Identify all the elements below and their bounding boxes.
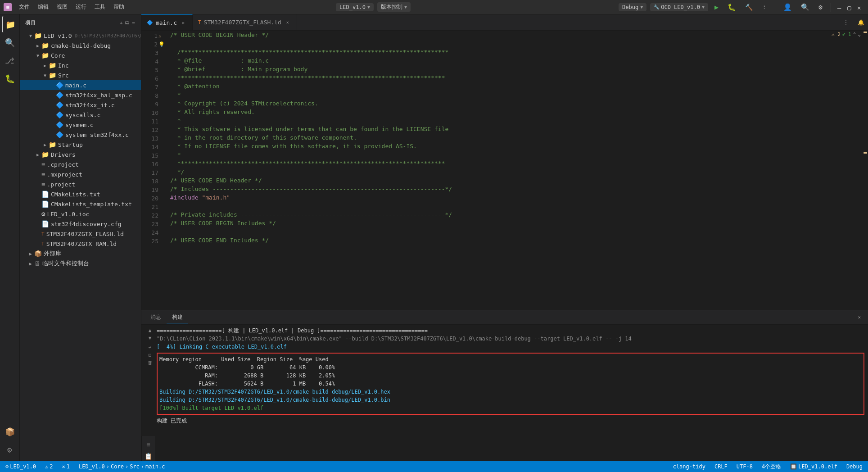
fold-button[interactable]: ⌃ (853, 32, 856, 37)
right-bar-structure[interactable]: 📋 (144, 451, 154, 461)
sidebar: 项目 + 🗂 ⋯ ▼ 📁 LED_v1.0 D:\STM32\STM32F407… (20, 14, 141, 461)
panel-filter[interactable]: ⊟ (149, 352, 152, 358)
tab-flash-ld[interactable]: T STM32F407ZGTX_FLASH.ld ✕ (193, 14, 297, 30)
tree-item-flash-ld[interactable]: T STM32F407ZGTX_FLASH.ld (20, 229, 141, 239)
tree-item-external[interactable]: ▶ 📦 外部库 (20, 249, 141, 259)
code-editor[interactable]: /* USER CODE BEGIN Header */ /**********… (167, 31, 862, 310)
maximize-button[interactable]: ▢ (847, 4, 854, 10)
panel-tab-messages[interactable]: 消息 (145, 312, 167, 323)
main-area: 📁 🔍 ⎇ 🐛 📦 ⚙ 项目 + 🗂 ⋯ ▼ 📁 LED_v1.0 D (0, 14, 868, 461)
tree-item-startup[interactable]: ▶ 📁 Startup (20, 140, 141, 150)
tree-item-main-c[interactable]: 🔷 main.c (20, 80, 141, 90)
search-button[interactable]: 🔍 (798, 2, 812, 12)
status-circle-icon: ⊙ (5, 463, 9, 470)
menu-view[interactable]: 视图 (53, 2, 71, 12)
tree-item-drivers[interactable]: ▶ 📁 Drivers (20, 150, 141, 159)
tree-item-ram-ld[interactable]: T STM32F407ZGTX_RAM.ld (20, 239, 141, 249)
status-project[interactable]: ⊙ LED_v1.0 (4, 463, 38, 470)
menu-tools[interactable]: 工具 (91, 2, 109, 12)
debug-config-dropdown[interactable]: Debug ▼ (619, 3, 646, 11)
sidebar-new-folder[interactable]: 🗂 (125, 20, 130, 26)
editor-scrollbar[interactable] (862, 31, 868, 310)
tree-item-ioc[interactable]: ⚙ LED_v1.0.ioc (20, 209, 141, 219)
error-circle-icon: ✕ (62, 463, 65, 470)
panel-clear[interactable]: 🗑 (148, 360, 153, 366)
vcs-dropdown[interactable]: 版本控制 ▼ (377, 2, 411, 12)
status-breadcrumb[interactable]: LED_v1.0 › Core › Src › main.c (77, 463, 167, 470)
titlebar-center: LED_v1.0 ▼ 版本控制 ▼ (131, 2, 615, 12)
expand-button[interactable]: ⌄ (858, 32, 861, 37)
run-button[interactable]: ▶ (712, 2, 721, 12)
bottom-panel: 消息 构建 ✕ ▲ ▼ ↩ ⊟ 🗑 (141, 310, 868, 436)
tree-item-led-root[interactable]: ▼ 📁 LED_v1.0 D:\STM32\STM32F407GT6\LED_v… (20, 31, 141, 41)
menu-run[interactable]: 运行 (72, 2, 90, 12)
status-right: clang-tidy CRLF UTF-8 4个空格 🔲 LED_v1.0.el… (671, 463, 864, 471)
titlebar: ≡ 文件 编辑 视图 运行 工具 帮助 LED_v1.0 ▼ 版本控制 ▼ De… (0, 0, 868, 14)
tree-item-cmakelists[interactable]: 📄 CMakeLists.txt (20, 189, 141, 199)
panel-content[interactable]: ▲ ▼ ↩ ⊟ 🗑 ====================[ 构建 | LED… (141, 325, 868, 436)
account-icon[interactable]: 👤 (781, 2, 795, 12)
status-encoding[interactable]: UTF-8 (735, 463, 755, 470)
tree-item-project[interactable]: ≡ .project (20, 179, 141, 189)
more-actions[interactable]: ⋮ (759, 3, 769, 11)
tab-more-button[interactable]: ⋮ (840, 14, 852, 30)
app-icon: ≡ (4, 3, 12, 11)
settings-button[interactable]: ⚙ (816, 2, 825, 12)
tree-item-cmakelists-tpl[interactable]: 📄 CMakeLists_template.txt (20, 199, 141, 209)
warning-count[interactable]: ⚠ 2 (832, 32, 841, 37)
tree-item-src[interactable]: ▼ 📁 Src (20, 70, 141, 80)
status-build-config[interactable]: Debug (845, 463, 864, 470)
activity-explorer[interactable]: 📁 (2, 16, 18, 32)
tree-item-cproject[interactable]: ≡ .cproject (20, 159, 141, 169)
tree-item-temp[interactable]: ▶ 🖥 临时文件和控制台 (20, 259, 141, 268)
activity-search[interactable]: 🔍 (2, 34, 18, 50)
menu-file[interactable]: 文件 (15, 2, 33, 12)
project-dropdown[interactable]: LED_v1.0 ▼ (336, 3, 374, 11)
close-button[interactable]: ✕ (857, 4, 863, 10)
build-button[interactable]: 🔨 (742, 3, 755, 12)
tree-item-core[interactable]: ▼ 📁 Core (20, 50, 141, 60)
tree-item-cfg[interactable]: 📄 stm32f4discovery.cfg (20, 219, 141, 229)
status-errors[interactable]: ✕ 1 (60, 463, 72, 470)
tab-close-flash-ld[interactable]: ✕ (284, 19, 291, 26)
debug-run-button[interactable]: 🐛 (725, 2, 739, 12)
tree-item-mxproject[interactable]: ≡ .mxproject (20, 169, 141, 179)
tree-item-sysmem[interactable]: 🔷 sysmem.c (20, 120, 141, 130)
panel-tabs: 消息 构建 ✕ (141, 310, 868, 325)
panel-wrap-toggle[interactable]: ↩ (149, 345, 152, 350)
status-warnings[interactable]: ⚠ 2 (43, 463, 54, 470)
menu-help[interactable]: 帮助 (110, 2, 128, 12)
menu-bar: 文件 编辑 视图 运行 工具 帮助 (15, 2, 128, 12)
editor-area: 🔷 main.c ✕ T STM32F407ZGTX_FLASH.ld ✕ ⋮ … (141, 14, 868, 461)
status-line-ending[interactable]: CRLF (713, 463, 729, 470)
status-binary[interactable]: 🔲 LED_v1.0.elf (788, 463, 839, 470)
tree-item-inc[interactable]: ▶ 📁 Inc (20, 60, 141, 70)
tree-item-cmake-build[interactable]: ▶ 📁 cmake-build-debug (20, 41, 141, 50)
check-count[interactable]: ✔ 1 (842, 32, 851, 37)
tree-item-syscalls[interactable]: 🔷 syscalls.c (20, 110, 141, 120)
right-bar-outline[interactable]: ≡ (144, 440, 154, 449)
notification-bell[interactable]: 🔔 (854, 14, 868, 30)
sidebar-collapse[interactable]: ⋯ (132, 20, 136, 26)
activity-debug[interactable]: 🐛 (2, 70, 18, 86)
panel-scroll-down[interactable]: ▼ (149, 335, 152, 341)
tab-close-main-c[interactable]: ✕ (180, 19, 187, 26)
tab-main-c[interactable]: 🔷 main.c ✕ (141, 14, 193, 30)
sidebar-new-file[interactable]: + (120, 20, 123, 26)
minimize-button[interactable]: — (837, 4, 844, 10)
tree-item-system-stm32[interactable]: 🔷 system_stm32f4xx.c (20, 130, 141, 140)
ocd-dropdown[interactable]: 🔧 OCD LED_v1.0 ▼ (650, 3, 708, 11)
status-linter[interactable]: clang-tidy (671, 463, 707, 470)
panel-tab-build[interactable]: 构建 (167, 312, 188, 323)
panel-scroll-up[interactable]: ▲ (149, 327, 152, 333)
tree-item-it-c[interactable]: 🔷 stm32f4xx_it.c (20, 100, 141, 110)
editor-top-right: ⚠ 2 ✔ 1 ⌃ ⌄ (832, 32, 861, 37)
gutter-warn-1: ⚠ (158, 33, 165, 38)
activity-settings[interactable]: ⚙ (2, 441, 18, 458)
menu-edit[interactable]: 编辑 (34, 2, 52, 12)
status-indent[interactable]: 4个空格 (760, 463, 783, 471)
activity-extensions[interactable]: 📦 (2, 423, 18, 440)
tree-item-hal-msp[interactable]: 🔷 stm32f4xx_hal_msp.c (20, 90, 141, 100)
activity-git[interactable]: ⎇ (2, 52, 18, 68)
panel-close[interactable]: ✕ (854, 313, 864, 322)
